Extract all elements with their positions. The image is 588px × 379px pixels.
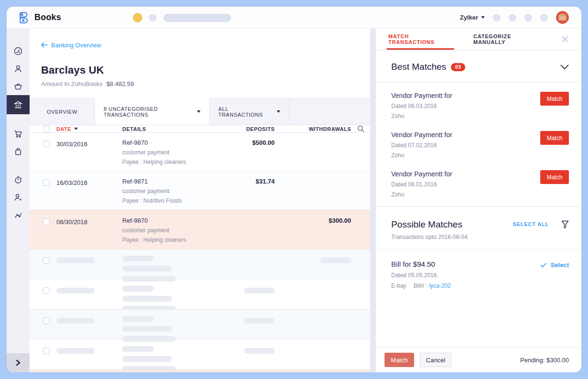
main-content: Banking Overview Barclays UK Amount In Z… bbox=[30, 29, 370, 372]
sidebar-item-items[interactable] bbox=[7, 77, 30, 95]
app-title: Books bbox=[34, 12, 61, 22]
org-name: Zylker bbox=[460, 14, 478, 21]
transactions-table: DATE DETAILS DEPOSITS WITHDRAWALS 30/03/… bbox=[30, 125, 370, 372]
best-matches-header: Best Matches 03 bbox=[376, 50, 581, 82]
pending-amount: Pending: $300.00 bbox=[520, 357, 569, 364]
row-checkbox[interactable] bbox=[43, 317, 50, 324]
deposit-amount: $31.74 bbox=[203, 172, 275, 185]
match-vendor: Zoho bbox=[391, 152, 452, 159]
bill-date: Dated 05.05.2016 bbox=[391, 272, 451, 279]
tab-all-transactions[interactable]: ALL TRANSACTIONS bbox=[210, 98, 289, 125]
sidebar-expand-button[interactable] bbox=[7, 353, 30, 372]
check-icon bbox=[541, 261, 546, 268]
topbar-icon-placeholder[interactable] bbox=[540, 14, 548, 22]
transaction-ref: Ref-9870 bbox=[122, 139, 203, 146]
amount-value: $8.482.59 bbox=[107, 80, 134, 87]
transaction-payee: Payee : Helping cleaners bbox=[122, 159, 203, 165]
left-sidebar bbox=[7, 29, 30, 372]
sidebar-item-contacts[interactable] bbox=[7, 60, 30, 77]
caret-down-icon bbox=[277, 110, 280, 113]
brand[interactable]: Books bbox=[7, 11, 61, 25]
sidebar-item-reports[interactable] bbox=[7, 206, 30, 224]
bill-number-link[interactable]: lyca-202 bbox=[429, 282, 450, 289]
banking-icon bbox=[13, 100, 23, 109]
best-match-item: Vendor Paymentt for Dated 07.02.2016 Zoh… bbox=[376, 121, 581, 161]
table-row[interactable]: 30/03/2016 Ref-9870 customer payment Pay… bbox=[30, 133, 370, 172]
sidebar-item-banking[interactable] bbox=[7, 95, 30, 114]
table-row[interactable]: 16/03/2016 Ref-9871 customer payment Pay… bbox=[30, 172, 370, 210]
tab-overview[interactable]: OVERVIEW bbox=[30, 98, 95, 125]
match-date: Dated 07.02.2016 bbox=[391, 142, 452, 149]
transaction-type: customer payment bbox=[122, 227, 203, 234]
topbar-icon-placeholder[interactable] bbox=[509, 14, 516, 22]
filter-icon[interactable] bbox=[561, 220, 569, 228]
sort-caret-icon bbox=[74, 128, 78, 130]
row-checkbox[interactable] bbox=[43, 257, 50, 264]
tab-uncategorised-transactions[interactable]: 8 UNCATEGORISED TRANSACTIONS bbox=[95, 98, 210, 125]
select-all-link[interactable]: SELECT ALL bbox=[513, 221, 549, 227]
panel-tabs: MATCH TRANSACTIONS CATEGORIZE MANUALLY bbox=[376, 29, 581, 50]
transaction-payee: Payee : Helping cleaners bbox=[122, 237, 203, 243]
possible-matches-header: Possible Matches Transactions upto 2016-… bbox=[376, 207, 581, 240]
accountant-icon bbox=[13, 193, 23, 202]
best-matches-count-badge: 03 bbox=[451, 63, 465, 71]
close-icon[interactable] bbox=[561, 35, 569, 43]
back-to-banking-overview-link[interactable]: Banking Overview bbox=[41, 42, 101, 49]
topbar-icon-placeholder[interactable] bbox=[493, 14, 501, 22]
match-button[interactable]: Match bbox=[540, 92, 569, 106]
purchases-bag-icon bbox=[13, 147, 23, 156]
match-date: Dated 06.03.2016 bbox=[391, 103, 452, 109]
transaction-type: customer payment bbox=[122, 149, 203, 156]
sidebar-item-accountant[interactable] bbox=[7, 188, 30, 206]
account-amount: Amount In ZohoBooks$8.482.59 bbox=[41, 80, 370, 87]
org-switcher[interactable]: Zylker bbox=[460, 14, 485, 21]
sidebar-item-sales[interactable] bbox=[7, 125, 30, 142]
match-button[interactable]: Match bbox=[540, 131, 569, 145]
search-bar-placeholder[interactable] bbox=[163, 14, 231, 22]
match-date: Dated 06.01.2016 bbox=[391, 181, 452, 188]
caret-down-icon bbox=[481, 16, 485, 19]
row-checkbox[interactable] bbox=[43, 287, 50, 294]
tab-categorize-manually[interactable]: CATEGORIZE MANUALLY bbox=[473, 29, 540, 50]
table-search-icon[interactable] bbox=[351, 125, 370, 132]
transaction-type: customer payment bbox=[122, 188, 203, 195]
transaction-ref: Ref-9871 bbox=[122, 178, 203, 185]
match-vendor: Zoho bbox=[391, 191, 452, 198]
select-link[interactable]: Select bbox=[551, 261, 569, 269]
topbar-placeholders bbox=[133, 7, 231, 29]
table-row-selected[interactable]: 08/30/2018 Ref-9870 customer payment Pay… bbox=[30, 210, 370, 249]
select-all-checkbox[interactable] bbox=[43, 126, 50, 132]
sidebar-item-purchases[interactable] bbox=[7, 142, 30, 160]
table-row-loading bbox=[30, 280, 370, 310]
deposit-amount: $500.00 bbox=[203, 133, 275, 146]
collapse-chevron-icon[interactable] bbox=[560, 65, 569, 70]
sidebar-item-dashboard[interactable] bbox=[7, 42, 30, 60]
contacts-icon bbox=[13, 64, 23, 74]
sales-cart-icon bbox=[13, 129, 23, 139]
topbar-icon-placeholder[interactable] bbox=[524, 14, 532, 22]
row-checkbox[interactable] bbox=[43, 179, 50, 186]
footer-cancel-button[interactable]: Cancel bbox=[420, 353, 451, 367]
match-vendor: Zoho bbox=[391, 113, 452, 119]
user-avatar[interactable] bbox=[556, 11, 569, 24]
column-header-withdrawals: WITHDRAWALS bbox=[275, 126, 351, 132]
panel-footer: Match Cancel Pending: $300.00 bbox=[376, 347, 581, 372]
reports-chart-icon bbox=[13, 210, 23, 220]
match-button[interactable]: Match bbox=[540, 170, 569, 184]
possible-match-item: Bill for $94.50 Dated 05.05.2016 E-bay B… bbox=[376, 249, 581, 289]
possible-matches-title: Possible Matches bbox=[391, 219, 468, 230]
footer-match-button[interactable]: Match bbox=[385, 353, 414, 367]
row-checkbox[interactable] bbox=[43, 347, 50, 354]
tab-match-transactions[interactable]: MATCH TRANSACTIONS bbox=[388, 29, 452, 50]
transaction-payee: Payee : Nutritivo Foods bbox=[122, 197, 203, 204]
transaction-ref: Ref-9870 bbox=[122, 217, 203, 224]
caret-down-icon bbox=[197, 110, 201, 113]
column-header-date[interactable]: DATE bbox=[56, 126, 122, 132]
row-checkbox[interactable] bbox=[43, 141, 50, 147]
stopwatch-icon bbox=[13, 175, 23, 184]
best-matches-title: Best Matches bbox=[391, 62, 446, 72]
deposit-amount bbox=[203, 211, 275, 217]
row-checkbox[interactable] bbox=[43, 218, 50, 225]
best-match-item: Vendor Paymentt for Dated 06.03.2016 Zoh… bbox=[376, 82, 581, 121]
sidebar-item-time-tracking[interactable] bbox=[7, 171, 30, 188]
